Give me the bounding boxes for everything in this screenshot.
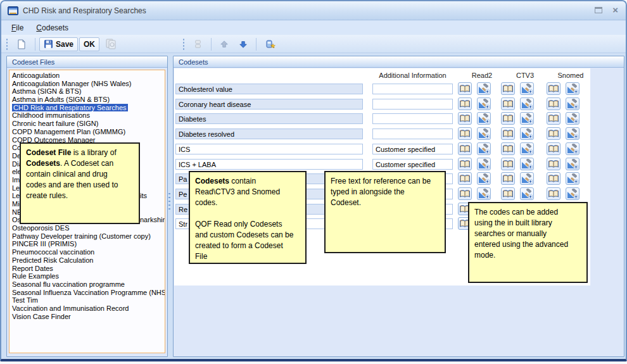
list-item[interactable]: PINCER III (PRIMIS) [12,240,165,248]
ctv3-advanced-button[interactable] [520,142,534,155]
list-item[interactable]: Test Tim [12,296,165,304]
additional-information-field[interactable] [372,113,453,124]
ctv3-library-button[interactable] [501,97,515,110]
read2-library-button[interactable] [458,158,472,170]
snomed-advanced-button[interactable] [566,172,580,185]
snomed-library-button[interactable] [547,158,560,170]
read2-library-button[interactable] [458,172,472,185]
open-book-icon [459,189,471,199]
note-text-line: File [195,251,300,262]
read2-library-button[interactable] [458,142,472,155]
read2-advanced-button[interactable] [477,142,491,155]
codeset-name-field[interactable]: Diabetes [175,113,363,124]
snomed-advanced-button[interactable] [566,158,580,170]
snomed-library-button[interactable] [547,172,560,185]
codeset-name-field[interactable]: Coronary heart disease [175,99,363,110]
snomed-advanced-button[interactable] [566,127,580,140]
ctv3-library-button[interactable] [501,142,515,155]
ctv3-advanced-button[interactable] [520,97,534,110]
list-item[interactable]: Childhood immunisations [12,111,165,120]
move-up-button[interactable] [215,37,233,51]
snomed-library-button[interactable] [547,97,560,110]
snomed-library-button[interactable] [547,112,560,125]
ok-button[interactable]: OK [79,37,99,51]
ctv3-advanced-button[interactable] [520,112,534,125]
read2-advanced-button[interactable] [477,187,491,200]
list-item[interactable]: Pathway Developer training (Customer cop… [12,232,165,241]
read2-advanced-button[interactable] [477,158,491,170]
list-item[interactable]: Anticoagulation [12,72,165,80]
panel-splitter[interactable] [168,192,171,212]
snomed-advanced-button[interactable] [566,187,580,200]
read2-advanced-button[interactable] [477,112,491,125]
list-item[interactable]: Chronic heart failure (SIGN) [12,120,165,128]
open-book-icon [502,99,514,109]
read2-advanced-button[interactable] [477,127,491,140]
list-item[interactable]: Vaccination and Immunisation Record [12,304,165,313]
additional-information-field[interactable] [372,84,453,94]
list-item[interactable]: Osteoporosis DES [12,224,165,232]
ctv3-advanced-button[interactable] [520,187,534,200]
new-button[interactable] [12,37,31,51]
menu-item-file[interactable]: File [6,22,28,34]
open-book-icon [459,160,471,169]
ctv3-library-button[interactable] [501,82,515,95]
open-book-icon [548,99,559,109]
additional-information-field[interactable] [372,99,453,110]
list-item[interactable]: Predicted Risk Calculation [12,256,165,265]
snomed-library-button[interactable] [547,187,560,200]
snomed-advanced-button[interactable] [566,112,580,125]
codeset-name-field[interactable]: ICS [175,144,363,154]
codeset-name-field[interactable]: ICS + LABA [175,159,363,170]
list-item[interactable]: COPD Management Plan (GMMMG) [12,128,165,136]
ctv3-library-button[interactable] [501,112,515,125]
additional-information-field[interactable]: Customer specified [372,159,453,170]
list-item-label: Predicted Risk Calculation [12,256,93,264]
codeset-name-field[interactable]: Cholesterol value [175,84,363,94]
read2-library-button[interactable] [458,82,472,95]
read2-library-button[interactable] [458,187,472,200]
copy-button[interactable] [101,37,121,51]
menu-item-codesets[interactable]: Codesets [31,22,73,34]
ctv3-library-button[interactable] [501,127,515,140]
snomed-advanced-button[interactable] [566,97,580,110]
read2-library-button[interactable] [458,112,472,125]
list-item[interactable]: Anticoagulation Manager (NHS Wales) [12,80,165,88]
ctv3-advanced-button[interactable] [520,172,534,185]
open-book-icon [459,99,471,109]
ctv3-advanced-button[interactable] [520,82,534,95]
snomed-library-button[interactable] [547,127,560,140]
read2-advanced-button[interactable] [477,97,491,110]
save-button[interactable]: Save [39,37,78,51]
move-down-button[interactable] [234,37,252,51]
read2-advanced-button[interactable] [477,82,491,95]
list-item[interactable]: Pneumococcal vaccination [12,248,165,256]
ctv3-library-button[interactable] [501,158,515,170]
list-item[interactable]: Vision Case Finder [12,313,165,321]
codeset-name-field[interactable]: Diabetes resolved [175,129,363,139]
snomed-advanced-button[interactable] [566,82,580,95]
list-item[interactable]: Seasonal flu vaccination programme [12,280,165,289]
additional-information-field[interactable]: Customer specified [372,144,453,154]
close-icon[interactable]: × [612,6,618,15]
snomed-library-button[interactable] [547,142,560,155]
list-item[interactable]: Asthma (SIGN & BTS) [12,87,165,96]
list-item[interactable]: Asthma in Adults (SIGN & BTS) [12,96,165,104]
read2-advanced-button[interactable] [477,172,491,185]
ctv3-advanced-button[interactable] [520,158,534,170]
stacked-boxes-button[interactable] [189,37,207,51]
snomed-advanced-button[interactable] [566,142,580,155]
list-item[interactable]: Report Dates [12,265,165,273]
maximize-icon[interactable] [595,7,602,13]
advanced-find-button[interactable] [260,37,281,51]
list-item[interactable]: Seasonal Influenza Vaccination Programme… [12,289,165,297]
read2-library-button[interactable] [458,127,472,140]
additional-information-field[interactable] [372,129,453,139]
ctv3-library-button[interactable] [501,187,515,200]
snomed-library-button[interactable] [547,82,560,95]
list-item-selected[interactable]: CHD Risk and Respiratory Searches [12,104,165,112]
ctv3-advanced-button[interactable] [520,127,534,140]
ctv3-library-button[interactable] [501,172,515,185]
read2-library-button[interactable] [458,97,472,110]
list-item[interactable]: Rule Examples [12,272,165,280]
